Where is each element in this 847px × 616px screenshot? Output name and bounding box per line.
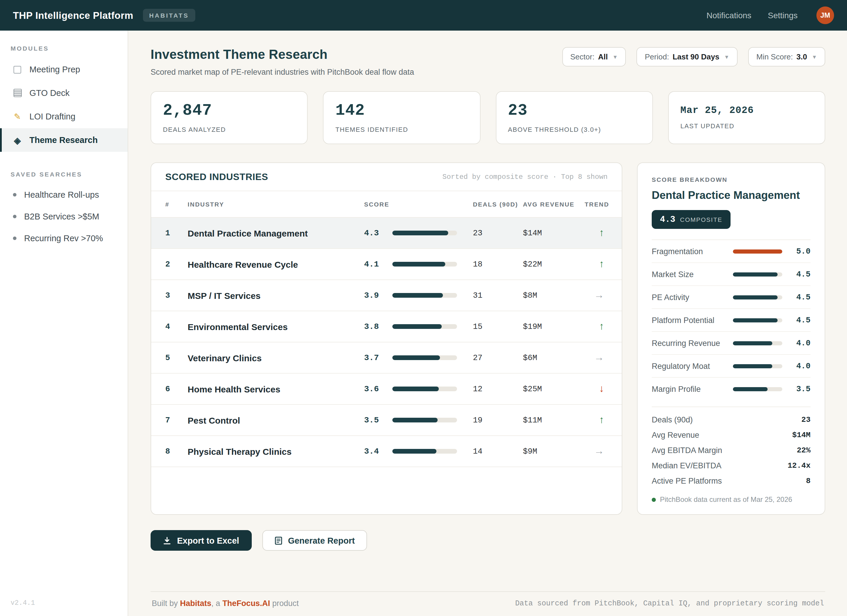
- table-row[interactable]: 8 Physical Therapy Clinics 3.4 14 $9M →: [151, 436, 622, 467]
- table-row[interactable]: 1 Dental Practice Management 4.3 23 $14M…: [151, 218, 622, 249]
- built-by-text: Built by Habitats, a TheFocus.AI product: [152, 599, 299, 608]
- sidebar-item-gto-deck[interactable]: GTO Deck: [0, 81, 128, 105]
- top-nav: Notifications Settings JM: [707, 6, 834, 24]
- filter-value: 3.0: [797, 52, 807, 61]
- metric-row: Fragmentation 5.0: [652, 240, 810, 263]
- stat-card: Mar 25, 2026 LAST UPDATED: [668, 91, 826, 144]
- metric-value: 4.0: [791, 362, 810, 370]
- trend-up-arrow-icon: ↑: [585, 227, 608, 239]
- table-column-headers: # INDUSTRY SCORE DEALS (90D) AVG REVENUE…: [151, 191, 622, 218]
- key-stat-name: Avg EBITDA Margin: [652, 446, 797, 455]
- pitchbook-footnote: PitchBook data current as of Mar 25, 202…: [652, 488, 810, 504]
- metric-value: 3.5: [791, 385, 810, 394]
- app-title: THP Intelligence Platform: [13, 10, 133, 21]
- bullet-icon: [13, 214, 16, 218]
- metric-bar: [733, 364, 782, 368]
- filter-label: Period:: [645, 52, 669, 61]
- table-row[interactable]: 7 Pest Control 3.5 19 $11M ↑: [151, 405, 622, 436]
- row-rank: 3: [165, 291, 187, 300]
- score-bar: [393, 262, 457, 266]
- sidebar-item-theme-research[interactable]: ◈ Theme Research: [0, 128, 128, 152]
- saved-search-item-1[interactable]: Healthcare Roll-ups: [0, 183, 128, 205]
- modules-list: Meeting Prep GTO Deck ✎ LOI Drafting ◈ T…: [0, 58, 128, 152]
- page-subtitle: Scored market map of PE-relevant industr…: [151, 68, 414, 77]
- habitats-brand-link[interactable]: Habitats: [180, 599, 211, 608]
- metric-name: Market Size: [652, 270, 733, 279]
- period-filter-dropdown[interactable]: Period: Last 90 Days ▼: [636, 47, 737, 66]
- stat-label: LAST UPDATED: [680, 123, 813, 129]
- row-avg-revenue: $11M: [523, 416, 585, 424]
- saved-search-label: Healthcare Roll-ups: [24, 190, 99, 199]
- table-row[interactable]: 5 Veterinary Clinics 3.7 27 $6M →: [151, 343, 622, 374]
- metric-name: Fragmentation: [652, 247, 733, 256]
- trend-flat-arrow-icon: →: [585, 290, 608, 301]
- breakdown-industry-title: Dental Practice Management: [652, 189, 810, 202]
- table-row[interactable]: 6 Home Health Services 3.6 12 $25M ↓: [151, 374, 622, 405]
- min-score-filter-dropdown[interactable]: Min Score: 3.0 ▼: [748, 47, 825, 66]
- settings-link[interactable]: Settings: [768, 10, 798, 20]
- sector-filter-dropdown[interactable]: Sector: All ▼: [562, 47, 626, 66]
- scored-industries-panel: SCORED INDUSTRIES Sorted by composite sc…: [151, 162, 622, 515]
- habitats-badge: HABITATS: [143, 9, 195, 22]
- row-score: 3.9: [364, 291, 387, 300]
- key-stat-row: Avg Revenue $14M: [652, 427, 810, 442]
- button-label: Export to Excel: [177, 536, 239, 545]
- status-dot-icon: [652, 498, 656, 502]
- sidebar-item-label: LOI Drafting: [30, 112, 75, 121]
- sidebar-item-meeting-prep[interactable]: Meeting Prep: [0, 58, 128, 81]
- sort-note: Sorted by composite score · Top 8 shown: [442, 173, 608, 181]
- row-rank: 2: [165, 260, 187, 269]
- notifications-link[interactable]: Notifications: [707, 10, 751, 20]
- table-row[interactable]: 2 Healthcare Revenue Cycle 4.1 18 $22M ↑: [151, 249, 622, 280]
- stat-card: 2,847 DEALS ANALYZED: [151, 91, 308, 144]
- row-avg-revenue: $9M: [523, 447, 585, 456]
- table-row[interactable]: 3 MSP / IT Services 3.9 31 $8M →: [151, 280, 622, 311]
- row-deals: 12: [473, 384, 523, 393]
- score-bar: [393, 418, 457, 422]
- key-stat-value: 22%: [797, 446, 810, 455]
- metric-value: 5.0: [791, 247, 810, 256]
- pen-icon: ✎: [12, 112, 22, 121]
- sidebar-item-loi-drafting[interactable]: ✎ LOI Drafting: [0, 105, 128, 128]
- table-row[interactable]: 4 Environmental Services 3.8 15 $19M ↑: [151, 311, 622, 343]
- top-header-bar: THP Intelligence Platform HABITATS Notif…: [0, 0, 847, 31]
- row-deals: 18: [473, 260, 523, 269]
- stat-value: 2,847: [163, 102, 295, 120]
- sidebar-item-label: Meeting Prep: [30, 65, 80, 74]
- row-avg-revenue: $22M: [523, 260, 585, 269]
- key-stat-value: 8: [806, 476, 810, 485]
- key-stat-row: Deals (90d) 23: [652, 412, 810, 427]
- diamond-icon: ◈: [12, 136, 22, 145]
- stats-row: 2,847 DEALS ANALYZED 142 THEMES IDENTIFI…: [151, 91, 825, 144]
- key-stat-row: Median EV/EBITDA 12.4x: [652, 458, 810, 473]
- button-label: Generate Report: [288, 536, 355, 545]
- key-stat-name: Deals (90d): [652, 415, 801, 424]
- thefocus-brand-link[interactable]: TheFocus.AI: [222, 599, 270, 608]
- saved-search-item-2[interactable]: B2B Services >$5M: [0, 205, 128, 227]
- score-breakdown-label: SCORE BREAKDOWN: [652, 176, 810, 183]
- export-excel-button[interactable]: Export to Excel: [151, 530, 251, 551]
- page-footer: Built by Habitats, a TheFocus.AI product…: [151, 591, 825, 616]
- row-deals: 31: [473, 291, 523, 300]
- metric-list: Fragmentation 5.0 Market Size 4.5 PE Act…: [652, 240, 810, 401]
- table-body: 1 Dental Practice Management 4.3 23 $14M…: [151, 218, 622, 467]
- saved-search-item-3[interactable]: Recurring Rev >70%: [0, 227, 128, 249]
- trend-up-arrow-icon: ↑: [585, 414, 608, 426]
- metric-bar: [733, 318, 782, 322]
- checkbox-square-icon: [12, 66, 22, 73]
- col-avg-revenue: AVG REVENUE: [523, 201, 585, 208]
- row-rank: 5: [165, 353, 187, 362]
- action-buttons: Export to Excel Generate Report: [151, 530, 825, 551]
- composite-score-label: COMPOSITE: [680, 216, 722, 223]
- page-heading-block: Investment Theme Research Scored market …: [151, 47, 414, 77]
- score-bar: [393, 230, 457, 235]
- sidebar: MODULES Meeting Prep GTO Deck ✎ LOI Draf…: [0, 31, 128, 616]
- version-label: v2.4.1: [10, 599, 35, 607]
- avatar[interactable]: JM: [816, 6, 834, 24]
- saved-search-label: Recurring Rev >70%: [24, 233, 103, 243]
- col-deals: DEALS (90D): [473, 201, 523, 208]
- generate-report-button[interactable]: Generate Report: [262, 530, 367, 551]
- metric-bar: [733, 295, 782, 299]
- row-avg-revenue: $25M: [523, 384, 585, 393]
- row-avg-revenue: $6M: [523, 353, 585, 362]
